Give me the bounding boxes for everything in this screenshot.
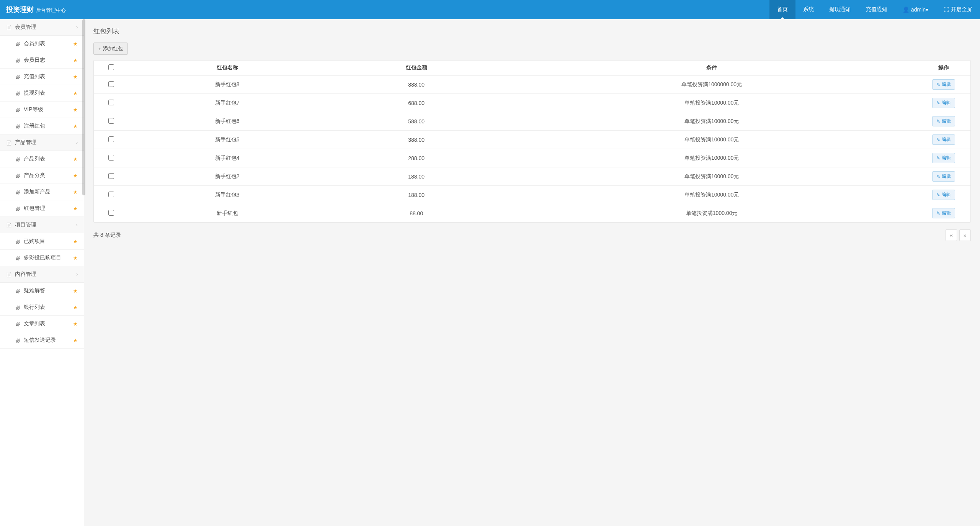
row-checkbox[interactable] — [108, 100, 114, 105]
sidebar-item-3-0[interactable]: 疑难解答★ — [0, 283, 84, 299]
sidebar-item-0-4[interactable]: VIP等级★ — [0, 102, 84, 118]
table-footer: 共 8 条记录 « » — [93, 229, 971, 241]
puzzle-icon — [15, 123, 21, 129]
star-icon: ★ — [73, 156, 78, 162]
sidebar-group-label: 项目管理 — [15, 221, 36, 228]
table-row: 新手红包6588.00单笔投资满10000.00元✎ 编辑 — [94, 112, 970, 131]
sidebar-item-3-3[interactable]: 短信发送记录★ — [0, 332, 84, 349]
caret-down-icon: ▾ — [926, 7, 928, 13]
row-checkbox[interactable] — [108, 155, 114, 161]
star-icon: ★ — [73, 57, 78, 63]
sidebar-item-0-3[interactable]: 提现列表★ — [0, 85, 84, 102]
edit-button[interactable]: ✎ 编辑 — [932, 134, 955, 145]
sidebar-group-3[interactable]: 内容管理› — [0, 266, 84, 283]
sidebar-item-3-2[interactable]: 文章列表★ — [0, 316, 84, 332]
edit-button[interactable]: ✎ 编辑 — [932, 190, 955, 200]
sidebar-item-1-0[interactable]: 产品列表★ — [0, 151, 84, 167]
puzzle-icon — [15, 337, 21, 343]
chevron-right-icon: › — [76, 272, 78, 277]
table-row: 新手红包4288.00单笔投资满10000.00元✎ 编辑 — [94, 149, 970, 167]
sidebar-group-1[interactable]: 产品管理› — [0, 134, 84, 151]
row-checkbox[interactable] — [108, 118, 114, 124]
pager-prev-button[interactable]: « — [946, 229, 957, 241]
sidebar-group-label: 会员管理 — [15, 24, 36, 31]
puzzle-icon — [15, 238, 21, 244]
sidebar-item-label: 短信发送记录 — [24, 337, 56, 344]
row-checkbox[interactable] — [108, 192, 114, 197]
star-icon: ★ — [73, 206, 78, 211]
edit-button[interactable]: ✎ 编辑 — [932, 79, 955, 90]
edit-button[interactable]: ✎ 编辑 — [932, 208, 955, 218]
nav-item-2[interactable]: 提现通知 — [822, 0, 858, 19]
row-checkbox[interactable] — [108, 81, 114, 87]
row-checkbox[interactable] — [108, 210, 114, 216]
sidebar-group-2[interactable]: 项目管理› — [0, 217, 84, 233]
sidebar-item-label: 会员日志 — [24, 57, 45, 64]
puzzle-icon — [15, 156, 21, 162]
nav-item-0[interactable]: 首页 — [769, 0, 795, 19]
puzzle-icon — [15, 57, 21, 63]
cell-condition: 单笔投资满10000.00元 — [506, 94, 917, 112]
sidebar-item-0-5[interactable]: 注册红包★ — [0, 118, 84, 134]
page-title: 红包列表 — [93, 27, 971, 36]
star-icon: ★ — [73, 239, 78, 244]
edit-label: 编辑 — [942, 173, 951, 180]
user-menu[interactable]: 👤admin ▾ — [895, 0, 936, 19]
cell-name: 新手红包2 — [128, 167, 326, 186]
fullscreen-icon: ⛶ — [944, 7, 949, 13]
sidebar-group-0[interactable]: 会员管理› — [0, 19, 84, 36]
cell-name: 新手红包3 — [128, 186, 326, 204]
table-row: 新手红包3188.00单笔投资满10000.00元✎ 编辑 — [94, 186, 970, 204]
sidebar-item-0-0[interactable]: 会员列表★ — [0, 36, 84, 52]
sidebar-item-2-0[interactable]: 已购项目★ — [0, 233, 84, 250]
file-icon — [6, 24, 12, 30]
edit-label: 编辑 — [942, 155, 951, 161]
redpacket-table: 红包名称 红包金额 条件 操作 新手红包8888.00单笔投资满1000000.… — [94, 61, 970, 222]
edit-label: 编辑 — [942, 118, 951, 125]
chevron-right-icon: › — [76, 25, 78, 30]
edit-icon: ✎ — [936, 137, 940, 143]
sidebar-item-0-1[interactable]: 会员日志★ — [0, 52, 84, 69]
sidebar-item-0-2[interactable]: 充值列表★ — [0, 69, 84, 85]
sidebar-item-label: 产品列表 — [24, 156, 45, 162]
cell-amount: 688.00 — [326, 94, 506, 112]
puzzle-icon — [15, 255, 21, 261]
record-count: 共 8 条记录 — [93, 232, 121, 239]
sidebar-item-label: 添加新产品 — [24, 188, 51, 195]
edit-label: 编辑 — [942, 136, 951, 143]
cell-amount: 188.00 — [326, 167, 506, 186]
add-redpacket-button[interactable]: + 添加红包 — [93, 43, 128, 55]
edit-button[interactable]: ✎ 编辑 — [932, 116, 955, 126]
cell-amount: 888.00 — [326, 75, 506, 94]
row-checkbox[interactable] — [108, 136, 114, 142]
fullscreen-button[interactable]: ⛶开启全屏 — [936, 0, 980, 19]
edit-button[interactable]: ✎ 编辑 — [932, 98, 955, 108]
sidebar-item-1-3[interactable]: 红包管理★ — [0, 200, 84, 217]
cell-condition: 单笔投资满10000.00元 — [506, 131, 917, 149]
star-icon: ★ — [73, 321, 78, 327]
sidebar-item-label: 产品分类 — [24, 172, 45, 179]
add-button-label: 添加红包 — [103, 45, 123, 52]
header-condition: 条件 — [506, 61, 917, 75]
pager-next-button[interactable]: » — [959, 229, 971, 241]
nav-item-1[interactable]: 系统 — [795, 0, 822, 19]
select-all-checkbox[interactable] — [108, 64, 114, 70]
nav-item-3[interactable]: 充值通知 — [858, 0, 895, 19]
puzzle-icon — [15, 172, 21, 179]
sidebar-item-label: 注册红包 — [24, 123, 45, 129]
cell-amount: 188.00 — [326, 186, 506, 204]
sidebar-scrollbar[interactable] — [82, 19, 85, 195]
sidebar-item-3-1[interactable]: 银行列表★ — [0, 299, 84, 316]
row-checkbox[interactable] — [108, 173, 114, 179]
edit-button[interactable]: ✎ 编辑 — [932, 153, 955, 163]
sidebar-item-2-1[interactable]: 多彩投已购项目★ — [0, 250, 84, 266]
puzzle-icon — [15, 189, 21, 195]
sidebar-item-1-1[interactable]: 产品分类★ — [0, 167, 84, 184]
puzzle-icon — [15, 41, 21, 47]
edit-label: 编辑 — [942, 210, 951, 216]
edit-button[interactable]: ✎ 编辑 — [932, 171, 955, 182]
sidebar-item-1-2[interactable]: 添加新产品★ — [0, 184, 84, 200]
cell-name: 新手红包4 — [128, 149, 326, 167]
star-icon: ★ — [73, 288, 78, 294]
sidebar-item-label: 银行列表 — [24, 304, 45, 311]
